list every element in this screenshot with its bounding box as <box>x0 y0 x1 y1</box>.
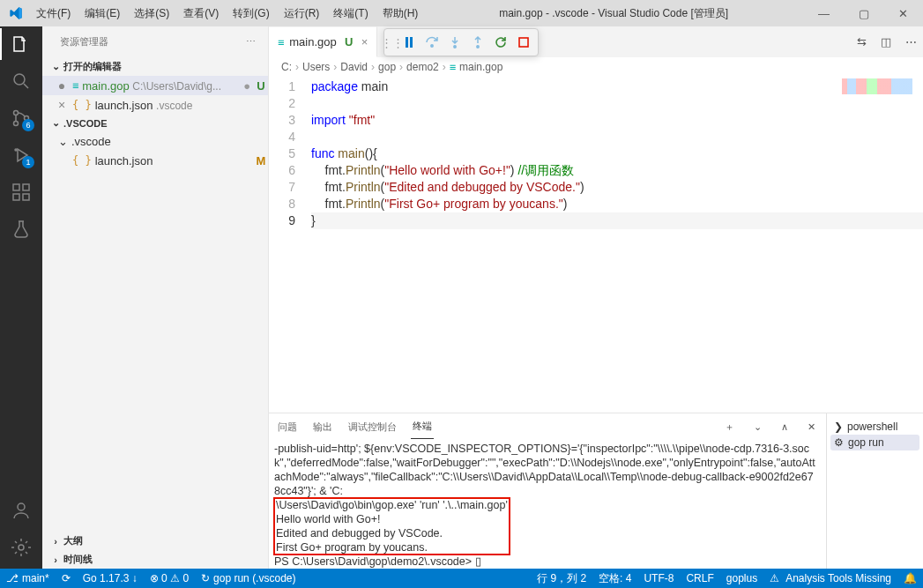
restart-button[interactable] <box>490 32 511 53</box>
status-encoding[interactable]: UTF-8 <box>637 569 680 588</box>
menu-item[interactable]: 运行(R) <box>279 4 325 24</box>
status-warning[interactable]: Analysis Tools Missing <box>763 569 897 588</box>
terminal-entry[interactable]: ⚙gop run <box>830 435 919 450</box>
tab-main-gop[interactable]: ≡ main.gop U × <box>269 26 377 57</box>
pause-button[interactable] <box>398 32 420 53</box>
menu-item[interactable]: 查看(V) <box>178 4 224 24</box>
svg-point-0 <box>14 74 25 85</box>
split-editor-icon[interactable]: ◫ <box>874 26 898 57</box>
file-row[interactable]: { } launch.json M <box>42 151 268 170</box>
panel-tab[interactable]: 输出 <box>311 415 334 439</box>
editor-more-icon[interactable]: ⋯ <box>898 26 923 57</box>
minimap[interactable] <box>842 78 912 94</box>
svg-point-9 <box>18 503 25 510</box>
status-problems[interactable]: ⊗ 0 ⚠ 0 <box>144 569 195 588</box>
step-over-button[interactable] <box>421 32 443 53</box>
titlebar: 文件(F)编辑(E)选择(S)查看(V)转到(G)运行(R)终端(T)帮助(H)… <box>0 0 923 26</box>
window-title: main.gop - .vscode - Visual Studio Code … <box>423 6 804 21</box>
svg-point-2 <box>14 122 19 126</box>
extensions-icon[interactable] <box>11 182 32 203</box>
terminal-dropdown-icon[interactable]: ⌄ <box>750 421 765 433</box>
editor-area: ⋮⋮ ≡ main.gop U × ⇆ ◫ ⋯ C: › Users › Dav… <box>269 26 923 569</box>
svg-rect-7 <box>23 194 29 200</box>
sidebar-more-icon[interactable]: ⋯ <box>246 36 257 48</box>
breadcrumb[interactable]: C: › Users › David › gop › demo2 › ≡ mai… <box>269 57 923 77</box>
svg-point-4 <box>15 149 17 151</box>
explorer-icon[interactable] <box>11 33 32 55</box>
menu-item[interactable]: 编辑(E) <box>79 4 125 24</box>
menu-item[interactable]: 文件(F) <box>31 4 76 24</box>
gop-file-icon: ≡ <box>278 36 284 48</box>
terminal-entry[interactable]: ❯powershell <box>830 419 919 435</box>
svg-point-1 <box>14 111 19 115</box>
status-go[interactable]: Go 1.17.3 ↓ <box>77 569 144 588</box>
debug-badge: 1 <box>22 156 34 168</box>
step-out-button[interactable] <box>467 32 488 53</box>
menubar: 文件(F)编辑(E)选择(S)查看(V)转到(G)运行(R)终端(T)帮助(H) <box>31 4 423 24</box>
debug-icon[interactable]: 1 <box>11 145 32 166</box>
status-bar: ⎇ main* ⟳ Go 1.17.3 ↓ ⊗ 0 ⚠ 0 ↻ gop run … <box>0 569 923 588</box>
status-indent[interactable]: 空格: 4 <box>592 569 637 588</box>
status-lang[interactable]: goplus <box>720 569 763 588</box>
status-branch[interactable]: ⎇ main* <box>0 569 56 588</box>
scm-badge: 6 <box>22 119 34 131</box>
open-editor-row[interactable]: ● ≡ main.gop C:\Users\David\g... ● U <box>42 76 268 95</box>
activity-bar: 6 1 <box>0 26 42 569</box>
gop-file-icon: ≡ <box>450 61 456 73</box>
workspace-section[interactable]: ⌄.VSCODE <box>42 115 268 131</box>
close-panel-icon[interactable]: ✕ <box>804 421 819 433</box>
settings-icon[interactable] <box>11 537 32 558</box>
debug-toolbar[interactable]: ⋮⋮ <box>383 28 539 56</box>
outline-section[interactable]: ›大纲 <box>42 532 268 550</box>
json-file-icon: { } <box>72 154 92 167</box>
minimize-button[interactable]: — <box>804 0 844 26</box>
panel-tab[interactable]: 调试控制台 <box>346 415 398 439</box>
tab-close-icon[interactable]: × <box>361 35 368 48</box>
svg-rect-8 <box>23 184 29 190</box>
testing-icon[interactable] <box>11 219 32 240</box>
search-icon[interactable] <box>11 71 32 92</box>
folder-row[interactable]: ⌄.vscode <box>42 131 268 151</box>
panel-tab[interactable]: 终端 <box>411 414 434 439</box>
close-button[interactable]: ✕ <box>883 0 923 26</box>
scm-icon[interactable]: 6 <box>11 108 32 129</box>
terminal-icon: ⚙ <box>834 436 844 449</box>
sidebar-title: 资源管理器 <box>60 35 246 48</box>
close-icon[interactable]: ● <box>55 78 69 93</box>
status-sync[interactable]: ⟳ <box>56 569 77 588</box>
compare-icon[interactable]: ⇆ <box>849 26 874 57</box>
svg-rect-14 <box>519 38 528 47</box>
svg-point-11 <box>431 45 433 47</box>
panel-tabs: 问题输出调试控制台终端 ＋ ⌄ ∧ ✕ <box>269 413 826 440</box>
menu-item[interactable]: 转到(G) <box>227 4 274 24</box>
panel-tab[interactable]: 问题 <box>276 415 299 439</box>
close-icon[interactable]: × <box>55 98 69 112</box>
account-icon[interactable] <box>11 500 32 521</box>
grip-icon[interactable]: ⋮⋮ <box>388 36 397 49</box>
new-terminal-icon[interactable]: ＋ <box>721 421 738 434</box>
timeline-section[interactable]: ›时间线 <box>42 550 268 569</box>
code-editor[interactable]: 123456789 package main import "fmt" func… <box>269 77 923 413</box>
status-cursor[interactable]: 行 9，列 2 <box>531 569 592 588</box>
tab-bar: ≡ main.gop U × ⇆ ◫ ⋯ <box>269 26 923 57</box>
json-file-icon: { } <box>72 99 92 111</box>
stop-button[interactable] <box>513 32 534 53</box>
status-eol[interactable]: CRLF <box>680 569 719 588</box>
terminal-icon: ❯ <box>834 421 843 433</box>
status-bell-icon[interactable]: 🔔 <box>897 569 923 588</box>
open-editors-section[interactable]: ⌄打开的编辑器 <box>42 57 268 76</box>
menu-item[interactable]: 选择(S) <box>129 4 175 24</box>
svg-point-12 <box>454 46 456 48</box>
menu-item[interactable]: 终端(T) <box>328 4 373 24</box>
svg-rect-6 <box>13 194 19 200</box>
maximize-panel-icon[interactable]: ∧ <box>778 421 792 433</box>
open-editor-row[interactable]: × { } launch.json .vscode <box>42 95 268 115</box>
maximize-button[interactable]: ▢ <box>844 0 883 26</box>
step-into-button[interactable] <box>444 32 465 53</box>
status-task[interactable]: ↻ gop run (.vscode) <box>195 569 301 588</box>
menu-item[interactable]: 帮助(H) <box>377 4 424 24</box>
sidebar: 资源管理器⋯ ⌄打开的编辑器 ● ≡ main.gop C:\Users\Dav… <box>42 26 269 569</box>
svg-point-13 <box>477 46 479 48</box>
vscode-logo-icon <box>0 6 31 20</box>
terminal-output[interactable]: -publish-uid=http'; ${env:VSCODE_INSPECT… <box>269 440 826 569</box>
